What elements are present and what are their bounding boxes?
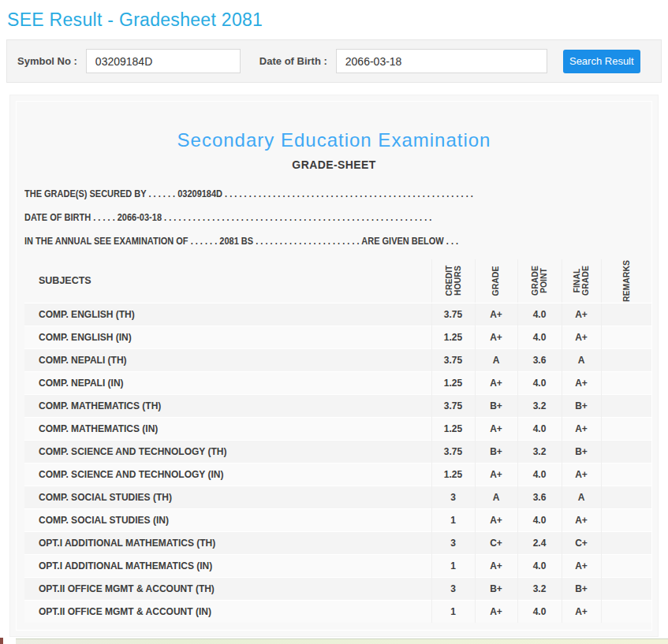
table-row: COMP. SOCIAL STUDIES (TH) 3 A 3.6 A — [24, 486, 652, 508]
grade-cell: A+ — [475, 417, 517, 440]
search-bar: Symbol No : Date of Birth : Search Resul… — [6, 39, 662, 83]
subject-cell: COMP. SOCIAL STUDIES (IN) — [24, 508, 431, 531]
remarks-cell — [601, 508, 652, 531]
table-row: OPT.I ADDITIONAL MATHEMATICS (TH) 3 C+ 2… — [24, 531, 652, 554]
credit-cell: 3 — [431, 486, 475, 508]
grade-cell: A+ — [475, 508, 517, 531]
grade-cell: A — [475, 486, 517, 508]
table-row: COMP. MATHEMATICS (IN) 1.25 A+ 4.0 A+ — [24, 417, 652, 440]
table-row: COMP. NEPALI (TH) 3.75 A 3.6 A — [24, 348, 652, 371]
credit-cell: 1.25 — [431, 417, 475, 440]
grade-point-cell: 2.4 — [517, 531, 562, 554]
credit-cell: 1.25 — [431, 463, 475, 486]
remarks-cell — [601, 303, 652, 326]
bottom-left-corner-chip — [0, 638, 3, 644]
final-grade-cell: A+ — [562, 371, 601, 394]
table-row: COMP. ENGLISH (TH) 3.75 A+ 4.0 A+ — [24, 303, 652, 326]
remarks-cell — [601, 326, 652, 348]
grade-cell: C+ — [475, 531, 517, 554]
final-grade-cell: A+ — [562, 303, 601, 326]
remarks-cell — [601, 531, 652, 554]
grade-cell: A+ — [475, 326, 517, 348]
credit-cell: 1.25 — [431, 371, 475, 394]
grade-cell: A+ — [475, 303, 517, 326]
credit-cell: 3 — [431, 531, 475, 554]
grade-point-cell: 3.6 — [517, 486, 562, 508]
grade-point-cell: 4.0 — [517, 326, 562, 348]
grade-point-cell: 3.2 — [517, 394, 562, 417]
see-result-page: SEE Result - Gradesheet 2081 Symbol No :… — [0, 0, 668, 644]
final-grade-cell: A+ — [562, 463, 601, 486]
grade-cell: A+ — [475, 554, 517, 577]
subject-cell: COMP. MATHEMATICS (TH) — [24, 394, 431, 417]
subject-cell: OPT.II OFFICE MGMT & ACCOUNT (IN) — [24, 600, 431, 623]
grade-table-header-row: SUBJECTS CREDIT HOURS GRADE GRADE POINT … — [24, 259, 652, 303]
bottom-divider-strip — [16, 638, 668, 644]
credit-cell: 1 — [431, 600, 475, 623]
subject-cell: OPT.II OFFICE MGMT & ACCOUNT (TH) — [24, 577, 431, 600]
final-grade-cell: C+ — [562, 531, 601, 554]
final-grade-cell: A+ — [562, 508, 601, 531]
col-header-subjects: SUBJECTS — [24, 259, 431, 303]
final-grade-cell: A+ — [562, 326, 601, 348]
table-row: COMP. SCIENCE AND TECHNOLOGY (TH) 3.75 B… — [24, 440, 652, 463]
table-row: OPT.II OFFICE MGMT & ACCOUNT (TH) 3 B+ 3… — [24, 577, 652, 600]
credit-cell: 1 — [431, 554, 475, 577]
grade-point-cell: 4.0 — [517, 371, 562, 394]
final-grade-cell: A+ — [562, 600, 601, 623]
subject-cell: OPT.I ADDITIONAL MATHEMATICS (IN) — [24, 554, 431, 577]
subject-cell: COMP. SCIENCE AND TECHNOLOGY (IN) — [24, 463, 431, 486]
table-row: COMP. SCIENCE AND TECHNOLOGY (IN) 1.25 A… — [24, 463, 652, 486]
symbol-no-label: Symbol No : — [17, 55, 77, 67]
subject-cell: COMP. NEPALI (IN) — [24, 371, 431, 394]
search-result-button[interactable]: Search Result — [563, 50, 640, 73]
secured-by-line: THE GRADE(S) SECURED BY . . . . . . 0320… — [24, 182, 569, 206]
gradesheet-subheading: GRADE-SHEET — [17, 158, 651, 171]
gradesheet-panel: Secondary Education Examination GRADE-SH… — [9, 95, 659, 637]
subject-cell: COMP. ENGLISH (IN) — [24, 326, 431, 348]
date-of-birth-input[interactable] — [336, 49, 547, 73]
credit-cell: 1.25 — [431, 326, 475, 348]
grade-point-cell: 3.2 — [517, 577, 562, 600]
page-title: SEE Result - Gradesheet 2081 — [7, 9, 263, 31]
grade-table: SUBJECTS CREDIT HOURS GRADE GRADE POINT … — [24, 259, 652, 623]
final-grade-cell: A+ — [562, 554, 601, 577]
remarks-cell — [601, 554, 652, 577]
subject-cell: COMP. SCIENCE AND TECHNOLOGY (TH) — [24, 440, 431, 463]
table-row: COMP. SOCIAL STUDIES (IN) 1 A+ 4.0 A+ — [24, 508, 652, 531]
symbol-no-input[interactable] — [86, 49, 241, 73]
credit-cell: 3.75 — [431, 394, 475, 417]
remarks-cell — [601, 600, 652, 623]
remarks-cell — [601, 440, 652, 463]
grade-cell: A — [475, 348, 517, 371]
table-row: OPT.I ADDITIONAL MATHEMATICS (IN) 1 A+ 4… — [24, 554, 652, 577]
credit-cell: 3.75 — [431, 440, 475, 463]
col-header-credit-hours: CREDIT HOURS — [431, 259, 475, 303]
final-grade-cell: A — [562, 348, 601, 371]
date-of-birth-label: Date of Birth : — [259, 55, 327, 67]
date-of-birth-line: DATE OF BIRTH . . . . . 2066-03-18 . . .… — [24, 206, 569, 229]
table-row: OPT.II OFFICE MGMT & ACCOUNT (IN) 1 A+ 4… — [24, 600, 652, 623]
grade-point-cell: 4.0 — [517, 463, 562, 486]
gradesheet-intro-lines: THE GRADE(S) SECURED BY . . . . . . 0320… — [24, 182, 644, 253]
grade-point-cell: 4.0 — [517, 600, 562, 623]
table-row: COMP. NEPALI (IN) 1.25 A+ 4.0 A+ — [24, 371, 652, 394]
col-header-grade: GRADE — [475, 259, 517, 303]
grade-cell: A+ — [475, 600, 517, 623]
grade-point-cell: 3.6 — [517, 348, 562, 371]
grade-point-cell: 4.0 — [517, 303, 562, 326]
table-row: COMP. ENGLISH (IN) 1.25 A+ 4.0 A+ — [24, 326, 652, 348]
remarks-cell — [601, 463, 652, 486]
grade-cell: B+ — [475, 577, 517, 600]
subject-cell: OPT.I ADDITIONAL MATHEMATICS (TH) — [24, 531, 431, 554]
grade-cell: A+ — [475, 463, 517, 486]
grade-cell: A+ — [475, 371, 517, 394]
credit-cell: 1 — [431, 508, 475, 531]
grade-cell: B+ — [475, 440, 517, 463]
examination-year-line: IN THE ANNUAL SEE EXAMINATION OF . . . .… — [24, 229, 569, 253]
table-row: COMP. MATHEMATICS (TH) 3.75 B+ 3.2 B+ — [24, 394, 652, 417]
subject-cell: COMP. NEPALI (TH) — [24, 348, 431, 371]
remarks-cell — [601, 371, 652, 394]
gradesheet-inner: Secondary Education Examination GRADE-SH… — [16, 101, 652, 631]
final-grade-cell: B+ — [562, 440, 601, 463]
